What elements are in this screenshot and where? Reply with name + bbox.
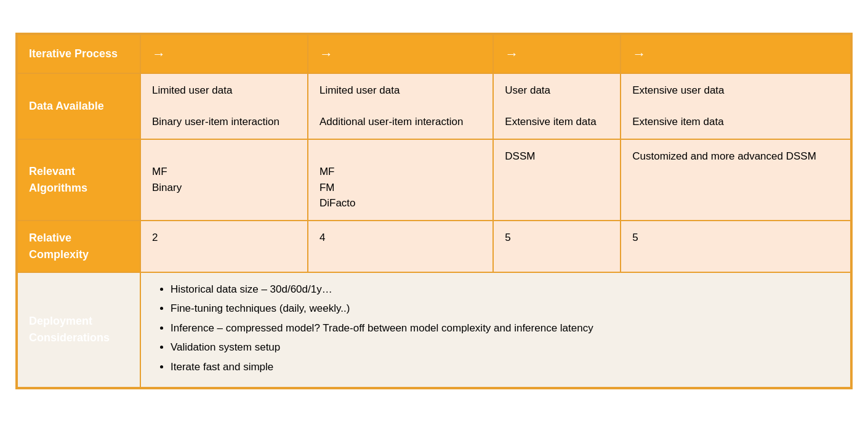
iterative-arrow-3: → <box>493 34 621 73</box>
relevant-algorithms-row: Relevant Algorithms MF Binary MF FM DiFa… <box>17 139 851 221</box>
relevant-algorithms-col3: DSSM <box>493 139 621 221</box>
data-available-col4: Extensive user data Extensive item data <box>621 73 851 139</box>
data-available-header: Data Available <box>17 73 140 139</box>
data-available-col1: Limited user data Binary user-item inter… <box>140 73 308 139</box>
deployment-considerations-header: Deployment Considerations <box>17 272 140 388</box>
data-available-col2: Limited user data Additional user-item i… <box>308 73 493 139</box>
data-available-col3: User data Extensive item data <box>493 73 621 139</box>
relative-complexity-row: Relative Complexity 2 4 5 5 <box>17 221 851 272</box>
bullet-5: Iterate fast and simple <box>171 359 839 375</box>
bullet-4: Validation system setup <box>171 339 839 355</box>
relative-complexity-col4: 5 <box>621 221 851 272</box>
iterative-arrow-2: → <box>308 34 493 73</box>
iterative-arrow-1: → <box>140 34 308 73</box>
relative-complexity-header: Relative Complexity <box>17 221 140 272</box>
relevant-algorithms-col1: MF Binary <box>140 139 308 221</box>
relevant-algorithms-col2: MF FM DiFacto <box>308 139 493 221</box>
iterative-arrow-4: → <box>621 34 851 73</box>
relative-complexity-col3: 5 <box>493 221 621 272</box>
relative-complexity-col1: 2 <box>140 221 308 272</box>
iterative-process-header: Iterative Process <box>17 34 140 73</box>
deployment-considerations-row: Deployment Considerations Historical dat… <box>17 272 851 388</box>
deployment-considerations-content: Historical data size – 30d/60d/1y… Fine-… <box>140 272 851 388</box>
iterative-process-row: Iterative Process → → → → <box>17 34 851 73</box>
deployment-bullets: Historical data size – 30d/60d/1y… Fine-… <box>152 282 839 375</box>
bullet-3: Inference – compressed model? Trade-off … <box>171 320 839 336</box>
main-table: Iterative Process → → → → Data Available… <box>17 34 851 388</box>
relevant-algorithms-header: Relevant Algorithms <box>17 139 140 221</box>
relevant-algorithms-col4: Customized and more advanced DSSM <box>621 139 851 221</box>
bullet-1: Historical data size – 30d/60d/1y… <box>171 282 839 298</box>
relative-complexity-col2: 4 <box>308 221 493 272</box>
data-available-row: Data Available Limited user data Binary … <box>17 73 851 139</box>
bullet-2: Fine-tuning techniques (daily, weekly..) <box>171 301 839 317</box>
